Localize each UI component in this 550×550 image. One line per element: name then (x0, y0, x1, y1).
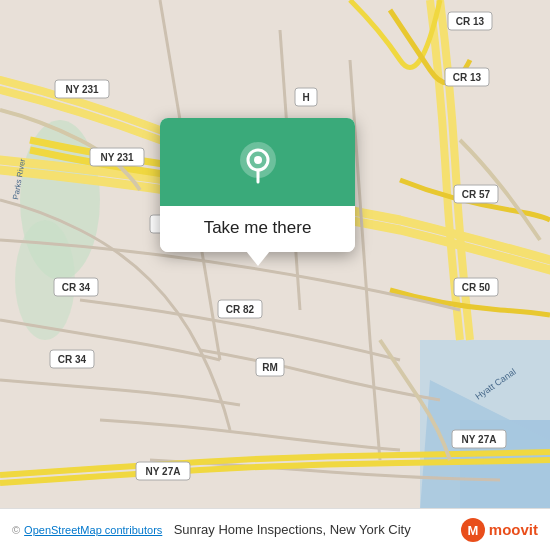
location-popup[interactable]: Take me there (160, 118, 355, 252)
popup-header (160, 118, 355, 206)
moovit-logo: M moovit (461, 518, 538, 542)
svg-text:CR 34: CR 34 (62, 282, 91, 293)
osm-link[interactable]: OpenStreetMap contributors (24, 524, 162, 536)
svg-point-37 (254, 156, 262, 164)
svg-text:NY 27A: NY 27A (462, 434, 497, 445)
svg-text:CR 34: CR 34 (58, 354, 87, 365)
moovit-text: moovit (489, 521, 538, 538)
svg-text:M: M (467, 523, 478, 538)
svg-text:H: H (302, 92, 309, 103)
copyright-symbol: © (12, 524, 20, 536)
svg-text:RM: RM (262, 362, 278, 373)
bottom-info: © OpenStreetMap contributors Sunray Home… (12, 522, 411, 537)
map-svg: NY 231 NY 231 NY 231 CR 13 CR 13 H CR 57… (0, 0, 550, 510)
bottom-bar: © OpenStreetMap contributors Sunray Home… (0, 508, 550, 550)
svg-text:CR 13: CR 13 (453, 72, 482, 83)
svg-text:NY 231: NY 231 (100, 152, 134, 163)
svg-text:CR 50: CR 50 (462, 282, 491, 293)
popup-tail (246, 251, 270, 266)
location-pin-icon (234, 140, 282, 188)
svg-text:CR 57: CR 57 (462, 189, 491, 200)
svg-text:NY 27A: NY 27A (146, 466, 181, 477)
svg-text:CR 82: CR 82 (226, 304, 255, 315)
take-me-there-button[interactable]: Take me there (160, 206, 355, 252)
moovit-icon: M (461, 518, 485, 542)
svg-text:CR 13: CR 13 (456, 16, 485, 27)
map-area: NY 231 NY 231 NY 231 CR 13 CR 13 H CR 57… (0, 0, 550, 510)
location-title: Sunray Home Inspections, New York City (174, 522, 411, 537)
svg-text:NY 231: NY 231 (65, 84, 99, 95)
